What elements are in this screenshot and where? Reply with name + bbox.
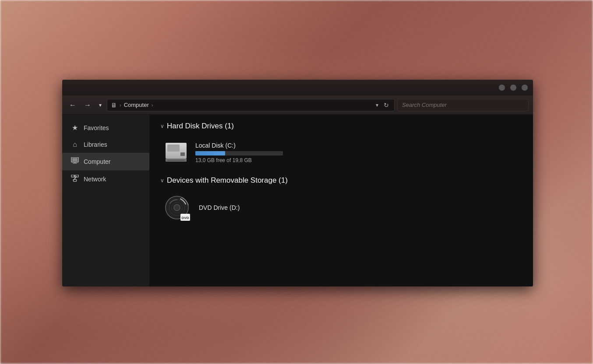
address-monitor-icon: 🖥 [111,102,117,109]
sidebar-computer-label: Computer [84,158,110,165]
address-bar[interactable]: 🖥 › Computer › ▾ ↻ [107,99,395,111]
hdd-svg-icon [165,143,187,162]
local-disk-c-item[interactable]: Local Disk (C:) 13,0 GB free of 19,8 GB [160,138,522,167]
dvd-drive-d-item[interactable]: DVD DVD Drive (D:) [160,192,522,225]
address-separator-2: › [152,102,153,108]
sidebar-libraries-label: Libraries [84,141,107,148]
forward-icon: → [84,101,91,109]
hard-disk-section-title: Hard Disk Drives (1) [167,122,234,131]
toolbar: ← → ▾ 🖥 › Computer › ▾ ↻ [62,95,533,115]
back-icon: ← [69,101,76,109]
removable-storage-chevron-icon: ∨ [160,177,164,184]
local-disk-c-info: Local Disk (C:) 13,0 GB free of 19,8 GB [195,142,519,163]
hard-disk-section-header[interactable]: ∨ Hard Disk Drives (1) [160,122,522,131]
sidebar-item-libraries[interactable]: ⌂ Libraries [62,136,149,153]
address-computer-label: Computer [124,102,149,108]
svg-rect-3 [73,163,77,164]
file-explorer-window: ← → ▾ 🖥 › Computer › ▾ ↻ ★ Favorites [62,80,533,286]
address-separator-1: › [120,102,121,108]
hard-disk-chevron-icon: ∨ [160,123,164,129]
removable-storage-section: ∨ Devices with Removable Storage (1) [160,176,522,225]
dvd-drive-d-info: DVD Drive (D:) [199,204,519,213]
local-disk-c-progress-fill [195,151,225,155]
svg-rect-2 [74,162,76,163]
svg-point-19 [174,205,180,211]
local-disk-c-progress-bar [195,151,283,155]
maximize-button[interactable] [510,85,516,91]
svg-rect-12 [167,145,180,152]
dvd-icon-wrapper: DVD [164,194,192,223]
svg-rect-1 [72,158,78,162]
local-disk-c-space: 13,0 GB free of 19,8 GB [195,157,519,163]
hard-disk-section: ∨ Hard Disk Drives (1) [160,122,522,167]
back-button[interactable]: ← [67,99,79,111]
content-area: ★ Favorites ⌂ Libraries Computer [62,115,533,286]
hdd-icon-wrapper [164,140,188,165]
minimize-button[interactable] [499,85,505,91]
computer-icon [71,157,79,166]
close-button[interactable] [522,85,528,91]
removable-storage-section-header[interactable]: ∨ Devices with Removable Storage (1) [160,176,522,185]
refresh-button[interactable]: ↻ [382,101,391,110]
sidebar-item-favorites[interactable]: ★ Favorites [62,119,149,136]
dvd-drive-svg-icon: DVD [165,195,191,222]
sidebar-item-computer[interactable]: Computer [62,153,149,170]
sidebar-favorites-label: Favorites [84,124,109,131]
svg-text:DVD: DVD [182,216,189,220]
sidebar-item-network[interactable]: Network [62,170,149,188]
svg-rect-14 [180,152,185,156]
dvd-drive-d-name: DVD Drive (D:) [199,204,519,211]
star-icon: ★ [71,124,79,132]
forward-button[interactable]: → [81,99,94,111]
dropdown-button[interactable]: ▾ [96,100,104,110]
sidebar-network-label: Network [84,176,106,183]
main-panel: ∨ Hard Disk Drives (1) [150,115,533,286]
home-icon: ⌂ [71,141,79,148]
dropdown-icon: ▾ [99,102,102,108]
address-dropdown-button[interactable]: ▾ [374,101,380,109]
removable-storage-section-title: Devices with Removable Storage (1) [167,176,288,185]
search-input[interactable] [397,99,529,111]
address-controls: ▾ ↻ [374,101,391,110]
network-icon [71,175,79,184]
local-disk-c-name: Local Disk (C:) [195,142,519,149]
sidebar: ★ Favorites ⌂ Libraries Computer [62,115,150,286]
title-bar [62,80,533,95]
